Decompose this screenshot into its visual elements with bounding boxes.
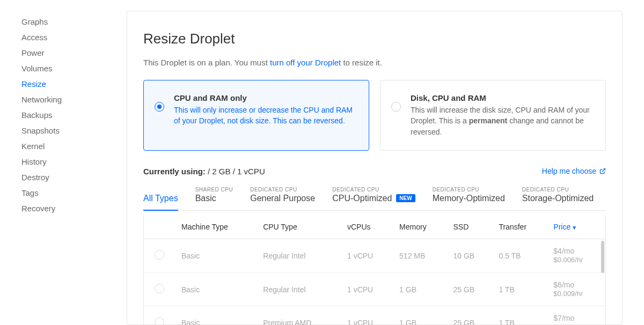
cell-vcpus: 1 vCPU	[342, 272, 394, 306]
col-ssd[interactable]: SSD	[448, 215, 493, 239]
tab-supertitle: DEDICATED CPU	[332, 187, 415, 193]
cell-ssd: 25 GB	[448, 306, 493, 325]
option-cpu-ram[interactable]: CPU and RAM only This will only increase…	[143, 80, 369, 151]
cell-vcpus: 1 vCPU	[342, 306, 394, 325]
option-title: Disk, CPU and RAM	[411, 93, 592, 102]
sidebar: Graphs Access Power Volumes Resize Netwo…	[0, 0, 127, 325]
option-desc-bold: permanent	[469, 116, 508, 125]
sidebar-item-volumes[interactable]: Volumes	[21, 61, 127, 76]
option-desc: This will only increase or decrease the …	[174, 105, 356, 127]
resize-options: CPU and RAM only This will only increase…	[143, 80, 606, 151]
radio-icon	[155, 102, 164, 112]
tab-supertitle	[143, 187, 178, 193]
currently-using: Currently using: / 2 GB / 1 vCPU	[143, 167, 265, 176]
plans-table-wrap: Machine Type CPU Type vCPUs Memory SSD T…	[143, 215, 606, 325]
external-link-icon	[599, 168, 606, 174]
option-disk-cpu-ram[interactable]: Disk, CPU and RAM This will increase the…	[380, 80, 606, 151]
turn-off-link[interactable]: turn off your Droplet	[270, 58, 341, 67]
col-vcpus[interactable]: vCPUs	[342, 215, 394, 239]
col-memory[interactable]: Memory	[394, 215, 448, 239]
help-link-text: Help me choose	[542, 167, 596, 175]
sidebar-item-history[interactable]: History	[21, 154, 127, 169]
cell-price: $7/mo$0.010/hr	[548, 306, 605, 325]
cell-ssd: 10 GB	[448, 239, 493, 272]
tab-label: Basic	[195, 194, 216, 203]
option-content: CPU and RAM only This will only increase…	[174, 93, 356, 127]
option-content: Disk, CPU and RAM This will increase the…	[411, 93, 592, 137]
sidebar-item-kernel[interactable]: Kernel	[21, 138, 127, 154]
plans-table: Machine Type CPU Type vCPUs Memory SSD T…	[144, 215, 605, 325]
cell-machine-type: Basic	[176, 306, 258, 325]
cell-transfer: 1 TB	[493, 306, 548, 325]
tab-label: General Purpose	[250, 194, 315, 203]
tab-supertitle: SHARED CPU	[195, 187, 233, 193]
radio-icon	[391, 102, 401, 112]
col-machine-type[interactable]: Machine Type	[176, 215, 258, 239]
option-title: CPU and RAM only	[174, 93, 356, 102]
sidebar-item-backups[interactable]: Backups	[21, 107, 127, 123]
tab-general-purpose[interactable]: DEDICATED CPU General Purpose	[250, 187, 315, 211]
cell-transfer: 1 TB	[493, 272, 548, 306]
cell-cpu-type: Regular Intel	[258, 272, 342, 306]
cell-price: $4/mo$0.006/hr	[548, 239, 605, 272]
sidebar-item-recovery[interactable]: Recovery	[21, 201, 127, 216]
sidebar-item-graphs[interactable]: Graphs	[21, 14, 127, 29]
sidebar-item-snapshots[interactable]: Snapshots	[21, 123, 127, 138]
option-desc: This will increase the disk size, CPU an…	[411, 105, 592, 137]
intro-after: to resize it.	[341, 58, 382, 67]
plan-tabs: All Types SHARED CPU Basic DEDICATED CPU…	[143, 179, 606, 211]
caret-down-icon: ▼	[572, 225, 577, 231]
sidebar-item-destroy[interactable]: Destroy	[21, 169, 127, 185]
radio-icon[interactable]	[155, 317, 164, 325]
tab-storage-optimized[interactable]: DEDICATED CPU Storage-Optimized	[522, 187, 594, 211]
sidebar-item-resize[interactable]: Resize	[21, 76, 127, 92]
cell-memory: 1 GB	[394, 306, 448, 325]
sidebar-item-access[interactable]: Access	[21, 29, 127, 45]
scrollbar-thumb[interactable]	[601, 241, 604, 273]
price-header-text: Price	[553, 223, 570, 231]
help-me-choose-link[interactable]: Help me choose	[542, 167, 606, 175]
scrollbar[interactable]	[601, 241, 604, 325]
tab-label: Memory-Optimized	[433, 194, 505, 203]
cell-memory: 1 GB	[394, 272, 448, 306]
cell-machine-type: Basic	[176, 239, 258, 272]
tab-cpu-optimized[interactable]: DEDICATED CPU CPU-OptimizedNEW	[332, 187, 415, 211]
col-select	[144, 215, 176, 239]
cell-price: $6/mo$0.009/hr	[548, 272, 605, 306]
tab-label: CPU-Optimized	[332, 194, 392, 203]
intro-before: This Droplet is on a plan. You must	[143, 58, 270, 67]
currently-using-value: / 2 GB / 1 vCPU	[206, 167, 265, 176]
table-row[interactable]: BasicPremium AMD1 vCPU1 GB25 GB1 TB$7/mo…	[144, 306, 605, 325]
sidebar-item-tags[interactable]: Tags	[21, 185, 127, 201]
tab-label: Storage-Optimized	[522, 194, 594, 203]
tab-basic[interactable]: SHARED CPU Basic	[195, 187, 233, 211]
table-row[interactable]: BasicRegular Intel1 vCPU512 MB10 GB0.5 T…	[144, 239, 605, 272]
tab-memory-optimized[interactable]: DEDICATED CPU Memory-Optimized	[433, 187, 505, 211]
col-price[interactable]: Price▼	[548, 215, 605, 239]
sidebar-item-power[interactable]: Power	[21, 45, 127, 61]
col-cpu-type[interactable]: CPU Type	[258, 215, 342, 239]
col-transfer[interactable]: Transfer	[493, 215, 548, 239]
currently-using-label: Currently using:	[143, 167, 206, 176]
cell-transfer: 0.5 TB	[493, 239, 548, 272]
radio-icon[interactable]	[155, 284, 164, 293]
tab-all-types[interactable]: All Types	[143, 187, 178, 211]
tab-label: All Types	[143, 194, 178, 203]
cell-ssd: 25 GB	[448, 272, 493, 306]
current-row: Currently using: / 2 GB / 1 vCPU Help me…	[143, 167, 606, 176]
cell-cpu-type: Premium AMD	[258, 306, 342, 325]
cell-memory: 512 MB	[394, 239, 448, 272]
main-panel: Resize Droplet This Droplet is on a plan…	[127, 11, 623, 325]
intro-text: This Droplet is on a plan. You must turn…	[143, 58, 606, 67]
sidebar-item-networking[interactable]: Networking	[21, 92, 127, 107]
cell-cpu-type: Regular Intel	[258, 239, 342, 272]
page-title: Resize Droplet	[143, 31, 606, 47]
cell-vcpus: 1 vCPU	[342, 239, 394, 272]
radio-icon[interactable]	[155, 250, 164, 260]
table-row[interactable]: BasicRegular Intel1 vCPU1 GB25 GB1 TB$6/…	[144, 272, 605, 306]
tab-supertitle: DEDICATED CPU	[522, 187, 594, 193]
tab-supertitle: DEDICATED CPU	[250, 187, 315, 193]
tab-supertitle: DEDICATED CPU	[433, 187, 505, 193]
cell-machine-type: Basic	[176, 272, 258, 306]
new-badge: NEW	[396, 194, 415, 202]
